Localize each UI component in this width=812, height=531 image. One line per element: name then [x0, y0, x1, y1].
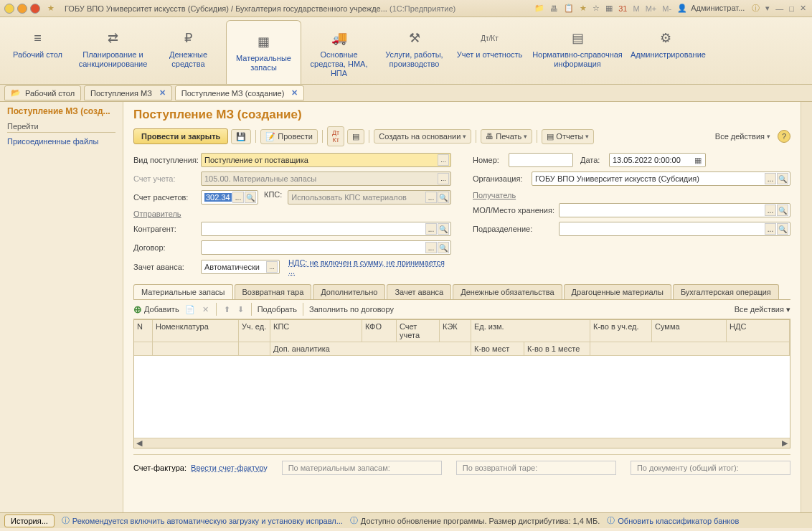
dogovor-input[interactable]: ...🔍 — [201, 240, 451, 255]
list-button[interactable]: ▤ — [347, 129, 364, 144]
close-icon[interactable]: ✕ — [798, 4, 808, 13]
tab-receipt-mz-create[interactable]: Поступление МЗ (создание)✕ — [175, 85, 305, 100]
vid-input[interactable]: Поступление от поставщика... — [201, 153, 451, 167]
m-icon[interactable]: M — [631, 4, 641, 13]
enter-invoice-link[interactable]: Ввести счет-фактуру — [191, 464, 268, 472]
down-icon[interactable]: ⬇ — [236, 305, 245, 314]
tab-receipts-mz[interactable]: Поступления МЗ✕ — [84, 85, 172, 100]
col-edizm[interactable]: Ед. изм. — [471, 320, 590, 342]
col-kfo[interactable]: КФО — [362, 320, 397, 342]
kps-input[interactable]: Использовать КПС материалов ...🔍 — [288, 190, 451, 205]
col-kps[interactable]: КПС — [270, 320, 362, 342]
m-minus-icon[interactable]: M- — [661, 4, 673, 13]
info-icon[interactable]: ⓘ — [750, 3, 761, 14]
zachet-input[interactable]: Автоматически... — [201, 260, 280, 274]
col-kek[interactable]: КЭК — [440, 320, 471, 342]
select-icon[interactable]: ... — [425, 242, 437, 253]
print-button[interactable]: 🖶 Печать ▾ — [481, 129, 532, 144]
scroll-right-icon[interactable]: ▶ — [780, 438, 790, 448]
nav-accounting[interactable]: Дт/КтУчет и отчетность — [452, 17, 527, 84]
toolbar-icon[interactable]: 🖶 — [549, 4, 560, 13]
select-icon[interactable]: ... — [438, 154, 449, 166]
search-icon[interactable]: 🔍 — [438, 223, 449, 235]
save-button[interactable]: 💾 — [231, 129, 251, 144]
all-actions-button[interactable]: Все действия ▾ — [711, 130, 775, 143]
schet-raschetov-input[interactable]: 302.34 ...🔍 — [201, 190, 258, 205]
up-icon[interactable]: ⬆ — [222, 305, 232, 314]
data-grid[interactable]: N Номенклатура Уч. ед. КПС КФО Счет учет… — [133, 319, 790, 448]
nomer-input[interactable] — [509, 153, 573, 167]
delete-icon[interactable]: ✕ — [201, 305, 210, 314]
status-msg-3[interactable]: ⓘОбновить классификатор банков — [607, 515, 739, 526]
search-icon[interactable]: 🔍 — [777, 223, 788, 235]
vscrollbar[interactable] — [801, 102, 812, 512]
all-actions-button[interactable]: Все действия ▾ — [735, 305, 790, 314]
select-icon[interactable]: ... — [425, 192, 437, 203]
col-kvo-uched[interactable]: К-во в уч.ед. — [590, 320, 652, 342]
podrazd-input[interactable]: ...🔍 — [559, 222, 790, 236]
col-uched[interactable]: Уч. ед. — [239, 320, 270, 342]
status-msg-1[interactable]: ⓘРекомендуется включить автоматическую з… — [62, 515, 343, 526]
nav-materials[interactable]: ▦Материальные запасы — [226, 20, 301, 84]
select-icon[interactable]: ... — [765, 173, 776, 184]
pick-button[interactable]: Подобрать — [258, 305, 297, 314]
close-icon[interactable]: ✕ — [291, 88, 298, 98]
history-button[interactable]: История... — [4, 514, 55, 527]
nds-link[interactable]: НДС: не включен в сумму, не принимается … — [288, 258, 451, 276]
maximize-icon[interactable]: □ — [788, 4, 796, 13]
select-icon[interactable]: ... — [266, 261, 278, 273]
search-icon[interactable]: 🔍 — [777, 173, 788, 184]
add-button[interactable]: ⊕Добавить — [133, 304, 179, 315]
select-icon[interactable]: ... — [425, 223, 437, 235]
post-button[interactable]: 📝 Провести — [260, 129, 318, 144]
star-icon[interactable]: ★ — [47, 4, 55, 13]
sys-btn[interactable] — [30, 4, 40, 14]
subtab-precious[interactable]: Драгоценные материалы — [564, 284, 671, 299]
org-input[interactable]: ГОБУ ВПО Университет искусств (Субсидия)… — [532, 171, 790, 186]
col-dop[interactable]: Доп. аналитика — [270, 342, 471, 356]
select-icon[interactable]: ... — [232, 192, 244, 203]
create-based-button[interactable]: Создать на основании ▾ — [374, 129, 471, 144]
hscrollbar[interactable]: ◀ ▶ — [134, 438, 790, 448]
search-icon[interactable]: 🔍 — [777, 205, 788, 216]
calc-icon[interactable]: ▦ — [604, 4, 614, 13]
grid-body[interactable] — [134, 356, 790, 438]
sys-btn[interactable] — [17, 4, 27, 14]
dtkt-button[interactable]: ДтКт — [327, 126, 344, 146]
scroll-left-icon[interactable]: ◀ — [134, 438, 144, 448]
minimize-icon[interactable]: — — [774, 4, 785, 13]
toolbar-icon[interactable]: 📋 — [562, 4, 575, 13]
help-icon[interactable]: ? — [778, 130, 790, 143]
col-nds[interactable]: НДС — [727, 320, 790, 342]
data-input[interactable]: 13.05.2022 0:00:00▦ — [609, 153, 706, 167]
nav-services[interactable]: ⚒Услуги, работы, производство — [377, 17, 452, 84]
kontragent-input[interactable]: ...🔍 — [201, 222, 451, 236]
copy-icon[interactable]: 📄 — [184, 305, 197, 314]
fill-by-contract-button[interactable]: Заполнить по договору — [309, 305, 394, 314]
tab-desktop[interactable]: 📂Рабочий стол — [4, 85, 81, 100]
post-and-close-button[interactable]: Провести и закрыть — [133, 128, 228, 144]
nav-assets[interactable]: 🚚Основные средства, НМА, НПА — [301, 17, 377, 84]
subtab-return-tara[interactable]: Возвратная тара — [235, 284, 312, 299]
mol-input[interactable]: ...🔍 — [559, 203, 790, 217]
search-icon[interactable]: 🔍 — [438, 242, 449, 253]
nav-money[interactable]: ₽Денежные средства — [151, 17, 226, 84]
search-icon[interactable]: 🔍 — [438, 192, 449, 203]
calendar-icon[interactable]: ▦ — [692, 154, 704, 166]
bookmark-icon[interactable]: ☆ — [591, 4, 601, 13]
select-icon[interactable]: ... — [765, 223, 776, 235]
calendar-icon[interactable]: 31 — [617, 4, 628, 13]
reports-button[interactable]: ▤ Отчеты ▾ — [542, 129, 594, 144]
nav-planning[interactable]: ⇄Планирование и санкционирование — [75, 17, 151, 84]
nav-admin[interactable]: ⚙Администрирование — [628, 17, 703, 84]
col-n[interactable]: N — [134, 320, 153, 342]
nav-desktop[interactable]: ≡Рабочий стол — [0, 17, 75, 84]
subtab-accounting-op[interactable]: Бухгалтерская операция — [673, 284, 779, 299]
toolbar-icon[interactable]: 📁 — [533, 4, 546, 13]
close-icon[interactable]: ✕ — [159, 88, 166, 98]
m-plus-icon[interactable]: M+ — [644, 4, 658, 13]
select-icon[interactable]: ... — [438, 173, 449, 184]
subtab-materials[interactable]: Материальные запасы — [133, 284, 233, 299]
subtab-additional[interactable]: Дополнительно — [313, 284, 385, 299]
col-schet[interactable]: Счет учета — [397, 320, 440, 342]
